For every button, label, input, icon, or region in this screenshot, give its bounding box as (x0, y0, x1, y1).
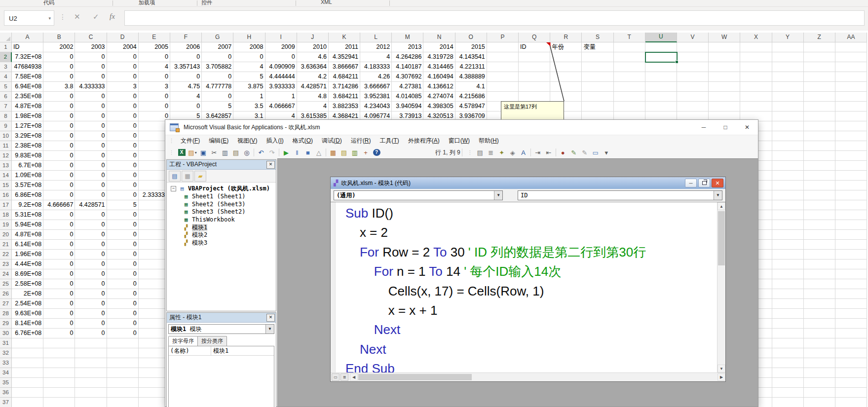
cut-icon[interactable]: ✂ (209, 148, 219, 157)
undo-icon[interactable]: ↶ (256, 148, 266, 157)
cell[interactable] (772, 102, 804, 111)
cell[interactable]: 0 (107, 72, 139, 82)
cell[interactable]: 7.32E+08 (12, 52, 43, 62)
cell[interactable]: 0 (107, 289, 139, 299)
cell[interactable] (12, 368, 43, 378)
cell[interactable]: 4.274074 (423, 92, 455, 102)
cell[interactable] (804, 388, 835, 398)
cell[interactable] (75, 398, 107, 407)
cell[interactable]: 7.58E+08 (12, 72, 43, 82)
row-header[interactable]: 8 (0, 111, 12, 121)
cell[interactable]: 2.54E+08 (12, 299, 43, 309)
cell[interactable]: 4.1 (455, 82, 487, 92)
cell[interactable]: 0 (43, 190, 75, 200)
menu-item-9[interactable]: 窗口(W) (444, 135, 474, 146)
row-header[interactable]: 21 (0, 240, 12, 250)
cell[interactable] (804, 269, 835, 279)
cell[interactable]: 0 (75, 62, 107, 72)
cell[interactable]: 0 (75, 309, 107, 319)
cell[interactable] (107, 368, 139, 378)
row-header[interactable]: 37 (0, 398, 12, 407)
cell[interactable]: 4.398305 (423, 102, 455, 111)
cell[interactable] (487, 62, 519, 72)
cell[interactable]: 2007 (202, 42, 233, 52)
comment-block-icon[interactable]: ✎ (569, 148, 579, 157)
row-header[interactable]: 19 (0, 220, 12, 230)
cell[interactable]: 6.14E+08 (12, 240, 43, 250)
cell[interactable] (614, 72, 645, 82)
cell[interactable] (804, 131, 835, 141)
cell[interactable]: 0 (107, 250, 139, 259)
cell[interactable]: 9.2E+08 (12, 200, 43, 210)
help-icon[interactable]: ? (372, 148, 381, 157)
cell[interactable] (709, 42, 740, 52)
column-header[interactable]: R (550, 33, 582, 42)
cell[interactable] (804, 358, 835, 368)
copy-icon[interactable]: ▥ (220, 148, 230, 157)
formula-bar-input[interactable] (124, 10, 865, 26)
cancel-icon[interactable]: ✕ (74, 12, 80, 21)
cell[interactable]: 9.63E+08 (12, 309, 43, 319)
cell[interactable]: 5.31E+08 (12, 210, 43, 220)
cell[interactable] (43, 338, 75, 348)
properties-object-combo[interactable]: 模块1 模块 ▼ (168, 324, 274, 334)
cell[interactable] (835, 200, 867, 210)
cell[interactable]: 2.35E+08 (12, 92, 43, 102)
close-button[interactable]: ✕ (736, 120, 758, 135)
cell[interactable] (614, 92, 645, 102)
cell[interactable] (519, 92, 550, 102)
view-object-icon[interactable]: ▦ (182, 171, 193, 182)
cell[interactable]: 0 (43, 220, 75, 230)
cell[interactable]: ID (12, 42, 43, 52)
view-code-icon[interactable]: ▤ (169, 171, 181, 182)
row-header[interactable]: 14 (0, 171, 12, 181)
toolbar-options-icon[interactable]: ▾ (602, 148, 611, 157)
cell[interactable] (645, 42, 677, 52)
cell[interactable]: 0 (43, 171, 75, 181)
scrollbar-thumb[interactable] (718, 211, 725, 265)
cell[interactable] (835, 92, 867, 102)
cell[interactable]: 6.94E+08 (12, 82, 43, 92)
cell[interactable]: 0 (43, 269, 75, 279)
column-header[interactable]: O (455, 33, 487, 42)
cell[interactable] (740, 52, 772, 62)
cell[interactable]: 0 (43, 102, 75, 111)
row-header[interactable]: 6 (0, 92, 12, 102)
project-tree-item[interactable]: ▦Sheet3 (Sheet2) (167, 208, 276, 216)
column-header[interactable]: P (487, 33, 519, 42)
cell[interactable] (772, 190, 804, 200)
cell[interactable] (772, 92, 804, 102)
cell-name-box[interactable]: U2 ▾ (4, 10, 54, 26)
cell[interactable]: 0 (43, 319, 75, 329)
cell[interactable] (835, 299, 867, 309)
cell[interactable] (487, 52, 519, 62)
column-header[interactable]: W (709, 33, 740, 42)
cell[interactable] (614, 62, 645, 72)
cell[interactable]: 0 (107, 151, 139, 161)
cell[interactable]: 8.69E+08 (12, 269, 43, 279)
tab-alphabetic[interactable]: 按字母序 (168, 336, 198, 346)
cell[interactable]: 3.866667 (329, 62, 360, 72)
procedure-view-button[interactable]: ▭ (332, 373, 340, 381)
row-header[interactable]: 35 (0, 378, 12, 388)
cell[interactable] (835, 329, 867, 338)
cell[interactable] (804, 210, 835, 220)
cell[interactable] (835, 240, 867, 250)
cell[interactable] (835, 259, 867, 269)
cell[interactable] (804, 102, 835, 111)
cell[interactable]: 4 (170, 92, 202, 102)
row-header[interactable]: 29 (0, 319, 12, 329)
cell[interactable] (772, 200, 804, 210)
cell[interactable] (550, 92, 582, 102)
properties-panel[interactable]: 属性 - 模块1 ✕ 模块1 模块 ▼ 按字母序 按分类序 (名称)模块1 (166, 312, 276, 407)
cell[interactable] (804, 338, 835, 348)
cell[interactable] (709, 52, 740, 62)
cell[interactable]: 0 (139, 72, 170, 82)
cell[interactable] (835, 358, 867, 368)
cell[interactable] (804, 289, 835, 299)
cell[interactable] (614, 82, 645, 92)
cell[interactable] (740, 72, 772, 82)
cell[interactable] (835, 250, 867, 259)
cell[interactable] (772, 42, 804, 52)
cell[interactable]: 4.215686 (455, 92, 487, 102)
